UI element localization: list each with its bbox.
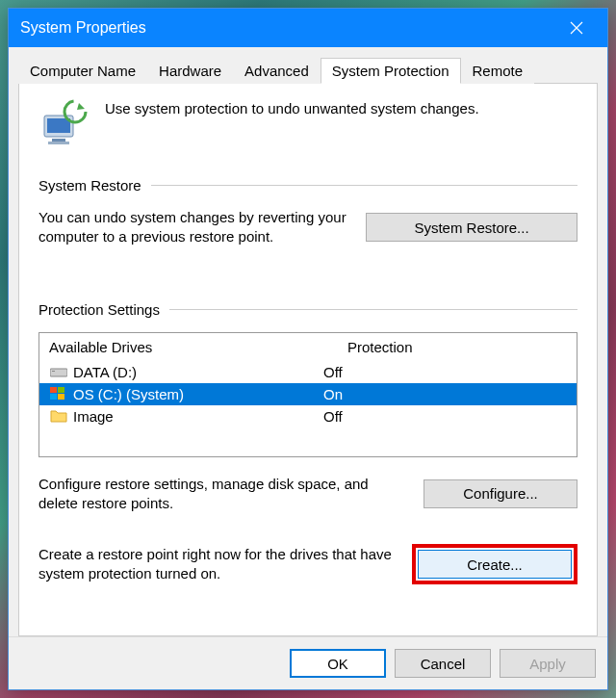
svg-rect-6 bbox=[52, 371, 55, 372]
apply-button: Apply bbox=[500, 649, 596, 678]
header-protection: Protection bbox=[347, 339, 567, 355]
configure-row: Configure restore settings, manage disk … bbox=[38, 475, 578, 514]
drive-name-label: DATA (D:) bbox=[73, 364, 137, 380]
drive-row[interactable]: DATA (D:) Off bbox=[39, 361, 577, 383]
system-protection-icon bbox=[38, 98, 90, 150]
folder-icon bbox=[49, 408, 68, 424]
intro: Use system protection to undo unwanted s… bbox=[38, 98, 578, 150]
content-area: Computer Name Hardware Advanced System P… bbox=[9, 47, 607, 636]
dialog-button-bar: OK Cancel Apply bbox=[9, 636, 607, 689]
svg-rect-7 bbox=[50, 387, 57, 393]
close-icon[interactable] bbox=[557, 12, 596, 44]
windows-drive-icon bbox=[49, 386, 68, 401]
svg-rect-3 bbox=[48, 142, 69, 144]
section-protection-label: Protection Settings bbox=[38, 301, 160, 318]
tab-advanced[interactable]: Advanced bbox=[233, 58, 321, 84]
svg-point-4 bbox=[64, 101, 86, 122]
divider bbox=[151, 185, 578, 186]
svg-rect-5 bbox=[50, 369, 67, 376]
drive-row[interactable]: Image Off bbox=[39, 405, 577, 427]
system-properties-dialog: System Properties Computer Name Hardware… bbox=[8, 8, 608, 690]
svg-rect-1 bbox=[47, 118, 70, 133]
tab-row: Computer Name Hardware Advanced System P… bbox=[18, 57, 598, 84]
create-button[interactable]: Create... bbox=[418, 550, 572, 579]
svg-rect-9 bbox=[50, 394, 57, 400]
create-row: Create a restore point right now for the… bbox=[38, 544, 578, 584]
intro-text: Use system protection to undo unwanted s… bbox=[105, 98, 479, 116]
titlebar[interactable]: System Properties bbox=[9, 9, 607, 47]
tab-hardware[interactable]: Hardware bbox=[147, 58, 233, 84]
system-restore-button[interactable]: System Restore... bbox=[366, 213, 578, 242]
create-desc: Create a restore point right now for the… bbox=[38, 545, 393, 584]
tab-remote[interactable]: Remote bbox=[461, 58, 535, 84]
restore-row: You can undo system changes by reverting… bbox=[38, 208, 578, 247]
cancel-button[interactable]: Cancel bbox=[395, 649, 491, 678]
drive-name-label: Image bbox=[73, 408, 114, 425]
window-title: System Properties bbox=[20, 19, 557, 37]
configure-button[interactable]: Configure... bbox=[424, 479, 578, 508]
section-restore-label: System Restore bbox=[38, 177, 141, 194]
tab-computer-name[interactable]: Computer Name bbox=[18, 58, 147, 84]
svg-rect-8 bbox=[58, 387, 64, 393]
drive-row[interactable]: OS (C:) (System) On bbox=[39, 383, 577, 405]
drives-header: Available Drives Protection bbox=[39, 333, 577, 361]
hdd-icon bbox=[49, 364, 68, 379]
drive-name-label: OS (C:) (System) bbox=[73, 386, 184, 402]
tab-system-protection[interactable]: System Protection bbox=[321, 58, 461, 84]
configure-desc: Configure restore settings, manage disk … bbox=[38, 475, 404, 514]
svg-rect-10 bbox=[58, 394, 64, 400]
restore-desc: You can undo system changes by reverting… bbox=[38, 208, 346, 247]
drive-prot-label: Off bbox=[323, 364, 567, 380]
svg-rect-2 bbox=[52, 139, 65, 142]
divider bbox=[169, 309, 578, 310]
tab-panel: Use system protection to undo unwanted s… bbox=[18, 84, 598, 636]
drive-prot-label: On bbox=[323, 386, 567, 402]
create-highlight: Create... bbox=[412, 544, 578, 584]
drives-list: Available Drives Protection DATA (D:) Of… bbox=[38, 332, 578, 457]
section-protection-title: Protection Settings bbox=[38, 301, 578, 318]
section-restore-title: System Restore bbox=[38, 177, 578, 194]
header-available-drives: Available Drives bbox=[49, 339, 347, 355]
drive-prot-label: Off bbox=[323, 408, 567, 425]
ok-button[interactable]: OK bbox=[290, 649, 386, 678]
